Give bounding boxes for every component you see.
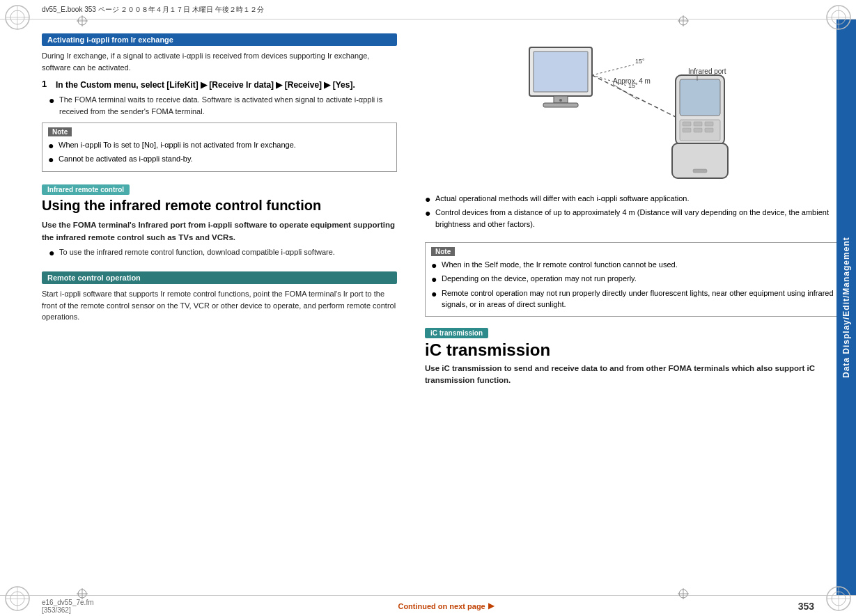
continued-label: Continued on next page — [398, 602, 485, 610]
svg-rect-43 — [693, 169, 707, 173]
section-header-activating: Activating i-αppli from Ir exchange — [42, 33, 397, 46]
svg-rect-34 — [680, 79, 720, 116]
infrared-bullet-text: To use the infrared remote control funct… — [59, 246, 335, 259]
header-text: dv55_E.book 353 ページ ２００８年４月１７日 木曜日 午後２時１… — [42, 5, 264, 15]
continued-text: Continued on next page ▶ — [398, 601, 493, 610]
footer: e16_dv55_7e.fm [353/362] Continued on ne… — [0, 595, 856, 616]
step-number: 1 — [42, 79, 52, 89]
infrared-illustration: 15° 15° Approx. 4 m Infrared port — [515, 33, 752, 183]
right-note-text-2: Depending on the device, operation may n… — [442, 273, 637, 285]
crosshair-bottom-right — [678, 588, 689, 601]
activating-body: During Ir exchange, if a signal to activ… — [42, 50, 397, 73]
svg-rect-29 — [534, 52, 588, 92]
corner-decoration-tl — [4, 4, 31, 31]
section-activating: Activating i-αppli from Ir exchange Duri… — [42, 33, 397, 172]
ic-body-bold: Use iC transmission to send and receive … — [425, 363, 842, 387]
footer-pages: [353/362] — [42, 606, 71, 614]
section-remote: Remote control operation Start i-αppli s… — [42, 271, 397, 323]
right-note-item-2: ● Depending on the device, operation may… — [431, 273, 836, 285]
note-item-2: ● Cannot be activated as i-αppli stand-b… — [48, 153, 391, 166]
infrared-svg: 15° 15° Approx. 4 m Infrared port — [515, 33, 752, 183]
remote-body: Start i-αppli software that supports Ir … — [42, 288, 397, 323]
right-note-label: Note — [431, 247, 455, 256]
note-box-1: Note ● When i-αppli To is set to [No], i… — [42, 123, 397, 172]
ic-section: iC transmission iC transmission Use iC t… — [425, 328, 842, 387]
right-bullet-icon-1: ● — [425, 193, 432, 205]
right-bullet-2: ● Control devices from a distance of up … — [425, 207, 842, 230]
note-label-1: Note — [48, 127, 72, 136]
ic-small-header: iC transmission — [425, 328, 488, 338]
note-item-1: ● When i-αppli To is set to [No], i-αppl… — [48, 139, 391, 152]
crosshair-bottom-left — [77, 588, 88, 601]
right-note-text-3: Remote control operation may not run pro… — [442, 287, 836, 310]
header-bar: dv55_E.book 353 ページ ２００８年４月１７日 木曜日 午後２時１… — [0, 0, 856, 19]
section-header-remote: Remote control operation — [42, 271, 397, 284]
crosshair-left — [77, 15, 88, 28]
section-infrared: Infrared remote control Using the infrar… — [42, 184, 397, 259]
right-bullet-text-2: Control devices from a distance of up to… — [435, 207, 842, 230]
svg-rect-37 — [694, 122, 702, 126]
corner-decoration-br — [825, 585, 852, 612]
right-bullet-icon-2: ● — [425, 207, 432, 230]
note-bullet-2: ● — [48, 153, 55, 166]
ic-big-heading: iC transmission — [425, 340, 842, 360]
svg-text:15°: 15° — [635, 58, 645, 65]
svg-text:Approx. 4 m: Approx. 4 m — [613, 77, 651, 85]
right-note-box: Note ● When in the Self mode, the Ir rem… — [425, 242, 842, 316]
infrared-big-heading: Using the infrared remote control functi… — [42, 197, 397, 214]
step-text: In the Custom menu, select [LifeKit] ▶ [… — [56, 79, 355, 91]
sidebar-text: Data Display/Edit/Management — [836, 19, 856, 595]
corner-decoration-bl — [4, 585, 31, 612]
right-note-bullet-3: ● — [431, 287, 438, 310]
infrared-bullet-icon: ● — [49, 246, 56, 259]
svg-rect-38 — [705, 122, 713, 126]
svg-rect-36 — [683, 122, 691, 126]
svg-rect-39 — [683, 128, 691, 132]
right-column: 15° 15° Approx. 4 m Infrared port ● Actu… — [418, 19, 856, 595]
svg-rect-31 — [543, 103, 578, 107]
note-text-1: When i-αppli To is set to [No], i-αppli … — [59, 139, 296, 152]
corner-decoration-tr — [825, 4, 852, 31]
infrared-body-bold: Use the FOMA terminal's Infrared port fr… — [42, 219, 397, 244]
left-column: Activating i-αppli from Ir exchange Duri… — [0, 19, 418, 595]
svg-point-32 — [559, 99, 562, 102]
crosshair-right — [678, 15, 689, 28]
svg-rect-40 — [694, 128, 702, 132]
svg-text:Infrared port: Infrared port — [688, 68, 726, 75]
right-note-text-1: When in the Self mode, the Ir remote con… — [442, 259, 678, 271]
svg-rect-41 — [705, 128, 713, 132]
right-bullet-1: ● Actual operational methods will differ… — [425, 193, 842, 205]
bullet-icon-1: ● — [49, 94, 56, 117]
svg-line-45 — [592, 65, 634, 75]
right-note-bullet-2: ● — [431, 273, 438, 285]
note-bullet-1: ● — [48, 139, 55, 152]
note-text-2: Cannot be activated as i-αppli stand-by. — [59, 153, 193, 166]
right-note-item-3: ● Remote control operation may not run p… — [431, 287, 836, 310]
step-bullet-1: The FOMA terminal waits to receive data.… — [59, 94, 397, 117]
right-bullets: ● Actual operational methods will differ… — [425, 193, 842, 231]
continued-arrow: ▶ — [488, 601, 494, 610]
right-note-bullet-1: ● — [431, 259, 438, 271]
svg-rect-42 — [672, 143, 728, 178]
right-bullet-text-1: Actual operational methods will differ w… — [435, 193, 689, 205]
right-note-item-1: ● When in the Self mode, the Ir remote c… — [431, 259, 836, 271]
page-number: 353 — [798, 601, 814, 612]
section-small-header-infrared: Infrared remote control — [42, 184, 130, 195]
